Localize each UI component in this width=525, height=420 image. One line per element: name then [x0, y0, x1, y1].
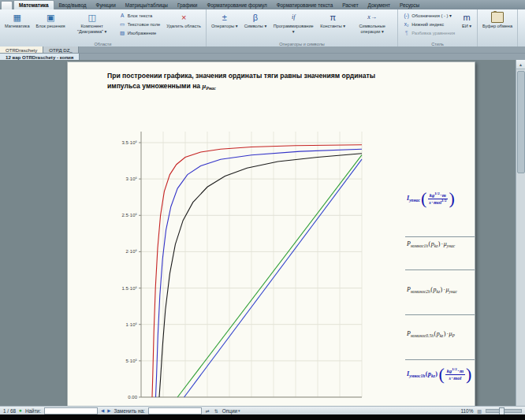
text-block-button[interactable]: AБлок текста [117, 11, 162, 20]
ribbon-tab-2[interactable]: Ввод/вывод [54, 0, 91, 9]
ribbon-tab-4[interactable]: Матрицы/таблицы [121, 0, 173, 9]
ribbon-group-regions: ▦Математика▣Блок решения◫Компонент "Диаг… [0, 9, 207, 46]
labels-icon: (-) [403, 13, 410, 18]
big-right-paren: ) [466, 364, 471, 384]
clipboard-icon [491, 12, 504, 23]
equation-break-button[interactable]: ¶Разбивка уравнения [401, 28, 456, 37]
constants-button[interactable]: πКонстанты ▾ [318, 10, 348, 31]
document-tab-bar: OTRDraschetyОТРД DZ_ 12 вар OTRDraschety… [0, 46, 525, 60]
big-left-paren: ( [421, 188, 426, 208]
text-box-button[interactable]: ▭Текстовое поле [117, 20, 162, 28]
text-block-icon: A [119, 13, 126, 18]
svg-text:0.00: 0.00 [128, 395, 137, 400]
ribbon-groups: ▦Математика▣Блок решения◫Компонент "Диаг… [0, 9, 525, 46]
svg-text:1.5·10⁶: 1.5·10⁶ [122, 286, 138, 291]
options-dropdown[interactable]: Опции▾ [222, 408, 240, 414]
ribbon-tab-7[interactable]: Форматирование текста [272, 0, 338, 9]
ribbon-tabs: МатематикаВвод/выводФункцииМатрицы/табли… [13, 0, 525, 9]
image-button[interactable]: ▨Изображение [117, 28, 162, 37]
math-expression[interactable]: Iумнос1h(pkz)(kg1/2·ms·mol) [407, 368, 472, 381]
vertical-scrollbar[interactable]: ▲ [516, 60, 525, 406]
text-region[interactable]: При построении графика, значения ординат… [107, 71, 375, 91]
replace-input[interactable] [148, 407, 202, 414]
worksheet-canvas: При построении графика, значения ординат… [0, 60, 525, 406]
subscript-icon: x₂ [403, 21, 410, 27]
image-icon: ▨ [119, 30, 126, 36]
find-previous-icon[interactable]: ◀ [101, 408, 104, 413]
solve-block-icon: ▣ [45, 12, 56, 23]
math-expression[interactable]: Iупнас(kg1/2·ms·mol1/2) [407, 192, 456, 206]
ribbon-tab-3[interactable]: Функции [91, 0, 121, 9]
find-next-icon[interactable]: ▶ [107, 408, 110, 413]
solve-block-button[interactable]: ▣Блок решения [34, 10, 68, 31]
ribbon-tab-6[interactable]: Форматирование формул [202, 0, 271, 9]
math-expression[interactable]: Pноминос2h(pkz)·μунас [407, 286, 457, 293]
subscript-button[interactable]: x₂Нижний индекс [401, 20, 456, 28]
math-region-separator [405, 269, 475, 270]
replace-icon[interactable]: ⇄ [205, 407, 210, 414]
symbolic-operations-button[interactable]: x→Символьные операции ▾ [349, 10, 395, 35]
ribbon-tab-5[interactable]: Графики [173, 0, 202, 9]
math-region-button[interactable]: ▦Математика [2, 10, 32, 31]
symbolic-operations-icon: x→ [367, 12, 378, 23]
worksheet-page[interactable]: При построении графика, значения ординат… [67, 61, 475, 406]
replace-all-icon[interactable]: ⇅ [214, 407, 219, 414]
status-indicator-dot: ● [19, 408, 22, 414]
fit-page-icon[interactable]: ▥ [476, 407, 482, 414]
programming-button[interactable]: ifПрограммирование ▾ [270, 10, 316, 35]
replace-label: Заменить на: [114, 408, 144, 414]
title-line-2: импульса умноженными на μPнас [107, 81, 375, 91]
zoom-level: 110% [460, 408, 473, 414]
units-fraction: kg1/2·ms·mol1/2 [427, 192, 448, 206]
scrollbar-thumb[interactable] [517, 71, 525, 173]
document-tab[interactable]: 12 вар OTRDraschety - копия [0, 54, 80, 60]
find-label: Найти: [25, 408, 41, 414]
svg-text:1·10⁶: 1·10⁶ [126, 322, 138, 327]
document-tab[interactable]: ОТРД DZ_ [43, 46, 78, 53]
svg-text:3.5·10⁶: 3.5·10⁶ [122, 140, 138, 145]
clipboard-button[interactable]: Буфер обмена [480, 10, 515, 31]
region-insert-stack: AБлок текста▭Текстовое поле▨Изображение [117, 11, 162, 37]
application-window: МатематикаВвод/выводФункцииМатрицы/табли… [0, 0, 525, 420]
big-right-paren: ) [449, 188, 454, 208]
programming-icon: if [288, 12, 299, 23]
constants-icon: π [327, 12, 338, 23]
chevron-down-icon: ▾ [238, 408, 240, 413]
mu-symbol: μPнас [203, 82, 216, 90]
units-fraction: kg1/2·ms·mol [445, 368, 465, 381]
big-left-paren: ( [439, 364, 445, 384]
ribbon-tab-9[interactable]: Документ [363, 0, 395, 9]
svg-text:5·10⁵: 5·10⁵ [126, 359, 138, 363]
status-bar: 1 / 68 ● Найти: ◀ ▶ Заменить на: ⇄ ⇅ Опц… [0, 406, 525, 414]
ribbon-tab-1[interactable]: Математика [13, 0, 54, 9]
math-region-separator [405, 359, 475, 360]
operators-button[interactable]: ±Операторы ▾ [209, 10, 240, 31]
ribbon-tab-8[interactable]: Расчет [337, 0, 363, 9]
svg-text:2·10⁶: 2·10⁶ [126, 249, 138, 254]
symbols-icon: β [250, 12, 261, 23]
units-icon: m [461, 12, 472, 23]
ribbon-tab-10[interactable]: Ресурсы [395, 0, 424, 9]
document-tab[interactable]: OTRDraschety [0, 46, 43, 53]
math-region-icon: ▦ [12, 12, 23, 23]
svg-text:2.5·10⁶: 2.5·10⁶ [122, 213, 138, 217]
xy-plot[interactable]: 0.005·10⁵1·10⁶1.5·10⁶2·10⁶2.5·10⁶3·10⁶3.… [111, 119, 379, 403]
scroll-up-icon[interactable]: ▲ [516, 60, 525, 69]
symbols-button[interactable]: βСимволы ▾ [242, 10, 270, 31]
document-tab-row: OTRDraschetyОТРД DZ_ [0, 46, 525, 54]
zoom-slider-thumb[interactable] [499, 407, 505, 415]
find-input[interactable] [44, 407, 98, 414]
delete-region-button[interactable]: ×Удалить область [164, 10, 203, 31]
application-menu-button[interactable] [1, 1, 13, 9]
math-expression[interactable]: Pномнос1h(pkz)·μунас [407, 240, 455, 247]
ribbon-group-clipboard: Буфер обмена [478, 9, 518, 46]
equation-break-icon: ¶ [403, 30, 410, 35]
zoom-slider[interactable] [486, 409, 522, 413]
delete-region-icon: × [178, 12, 189, 23]
units-button[interactable]: mЕИ ▾ [459, 10, 475, 31]
math-expression[interactable]: Pноминос0.5h(pkz)·μP [407, 330, 455, 337]
style-stack: (-)Обозначения ( - ) ▾x₂Нижний индекс¶Ра… [401, 11, 456, 37]
labels-button[interactable]: (-)Обозначения ( - ) ▾ [401, 11, 456, 20]
text-box-icon: ▭ [119, 21, 126, 28]
chart-component-button[interactable]: ◫Компонент "Диаграмма" ▾ [69, 10, 115, 35]
